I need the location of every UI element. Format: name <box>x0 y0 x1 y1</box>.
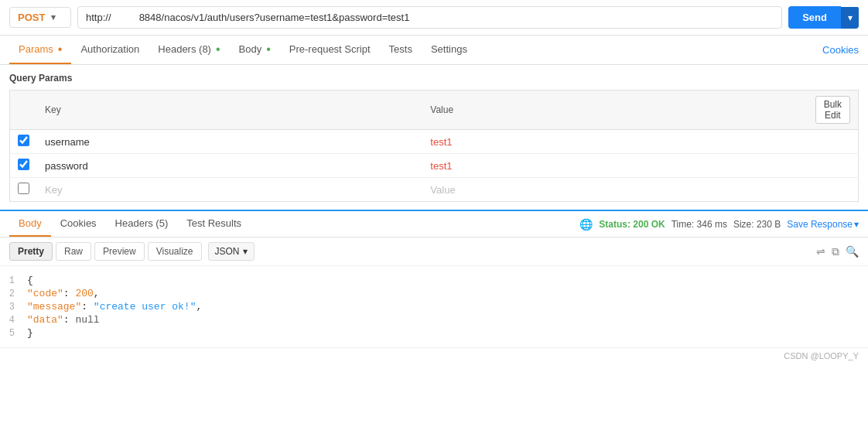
th-value: Value <box>422 91 807 130</box>
format-visualize-button[interactable]: Visualize <box>148 242 202 261</box>
table-row: password test1 <box>10 154 859 178</box>
tab-tests[interactable]: Tests <box>380 36 422 64</box>
row3-checkbox[interactable] <box>18 183 29 194</box>
code-line-4: 4 "data": null <box>0 313 868 326</box>
row1-value: test1 <box>422 130 807 154</box>
url-bar: POST ▾ Send ▾ <box>0 0 868 36</box>
tab-params[interactable]: Params <box>9 36 71 64</box>
watermark: CSDN @LOOPY_Y <box>0 347 868 364</box>
format-bar: Pretty Raw Preview Visualize JSON ▾ ⇌ ⧉ … <box>0 237 868 266</box>
code-line-2: 2 "code": 200, <box>0 287 868 300</box>
format-raw-button[interactable]: Raw <box>56 242 91 261</box>
th-key: Key <box>37 91 422 130</box>
response-size: Size: 230 B <box>733 219 781 230</box>
row3-checkbox-cell <box>10 178 38 202</box>
response-tabs-bar: Body Cookies Headers (5) Test Results 🌐 … <box>0 211 868 237</box>
copy-icon[interactable]: ⧉ <box>832 245 839 258</box>
save-response-chevron-icon: ▾ <box>854 219 859 230</box>
request-tabs-bar: Params Authorization Headers (8) Body Pr… <box>0 36 868 65</box>
query-params-section: Query Params Key Value Bulk Edit usernam… <box>0 65 868 210</box>
code-line-5: 5 } <box>0 326 868 340</box>
send-button-group: Send ▾ <box>788 6 859 29</box>
tab-settings[interactable]: Settings <box>422 36 477 64</box>
send-button[interactable]: Send <box>788 6 841 29</box>
row1-checkbox[interactable] <box>18 135 29 146</box>
code-line-3: 3 "message": "create user ok!", <box>0 300 868 313</box>
send-dropdown-button[interactable]: ▾ <box>841 7 859 29</box>
wrap-icon[interactable]: ⇌ <box>816 245 825 258</box>
row2-value: test1 <box>422 154 807 178</box>
url-input[interactable] <box>77 6 782 29</box>
response-status: Status: 200 OK <box>599 219 665 230</box>
row3-key[interactable]: Key <box>37 178 422 202</box>
bulk-edit-button[interactable]: Bulk Edit <box>815 96 850 124</box>
format-bar-right: ⇌ ⧉ 🔍 <box>816 245 859 258</box>
row2-key: password <box>37 154 422 178</box>
save-response-button[interactable]: Save Response ▾ <box>787 219 859 230</box>
th-checkbox <box>10 91 38 130</box>
row1-key: username <box>37 130 422 154</box>
code-line-1: 1 { <box>0 274 868 287</box>
row2-checkbox-cell <box>10 154 38 178</box>
method-selector[interactable]: POST ▾ <box>9 7 71 28</box>
response-area: Body Cookies Headers (5) Test Results 🌐 … <box>0 211 868 364</box>
row1-actions <box>808 130 859 154</box>
row3-value[interactable]: Value <box>422 178 807 202</box>
response-tab-body[interactable]: Body <box>9 211 51 237</box>
response-meta: 🌐 Status: 200 OK Time: 346 ms Size: 230 … <box>579 218 859 231</box>
th-bulk-edit: Bulk Edit <box>808 91 859 130</box>
row3-actions <box>808 178 859 202</box>
tab-headers[interactable]: Headers (8) <box>149 36 229 64</box>
format-type-chevron-icon: ▾ <box>243 246 248 257</box>
globe-icon: 🌐 <box>579 218 593 231</box>
params-table: Key Value Bulk Edit username test1 <box>9 90 859 202</box>
search-icon[interactable]: 🔍 <box>846 245 859 258</box>
tab-prerequest[interactable]: Pre-request Script <box>280 36 380 64</box>
format-preview-button[interactable]: Preview <box>94 242 145 261</box>
method-label: POST <box>18 12 45 23</box>
tab-authorization[interactable]: Authorization <box>71 36 149 64</box>
row2-actions <box>808 154 859 178</box>
code-area: 1 { 2 "code": 200, 3 "message": "create … <box>0 266 868 347</box>
method-chevron-icon: ▾ <box>51 12 56 22</box>
tab-body[interactable]: Body <box>230 36 280 64</box>
table-row: username test1 <box>10 130 859 154</box>
query-params-title: Query Params <box>9 73 859 84</box>
format-pretty-button[interactable]: Pretty <box>9 242 53 261</box>
cookies-link[interactable]: Cookies <box>822 44 859 56</box>
row2-checkbox[interactable] <box>18 159 29 170</box>
format-type-selector[interactable]: JSON ▾ <box>208 242 255 261</box>
response-tab-headers[interactable]: Headers (5) <box>106 211 178 237</box>
row1-checkbox-cell <box>10 130 38 154</box>
response-tab-cookies[interactable]: Cookies <box>51 211 106 237</box>
table-row-empty: Key Value <box>10 178 859 202</box>
response-time: Time: 346 ms <box>672 219 727 230</box>
response-tab-test-results[interactable]: Test Results <box>177 211 251 237</box>
